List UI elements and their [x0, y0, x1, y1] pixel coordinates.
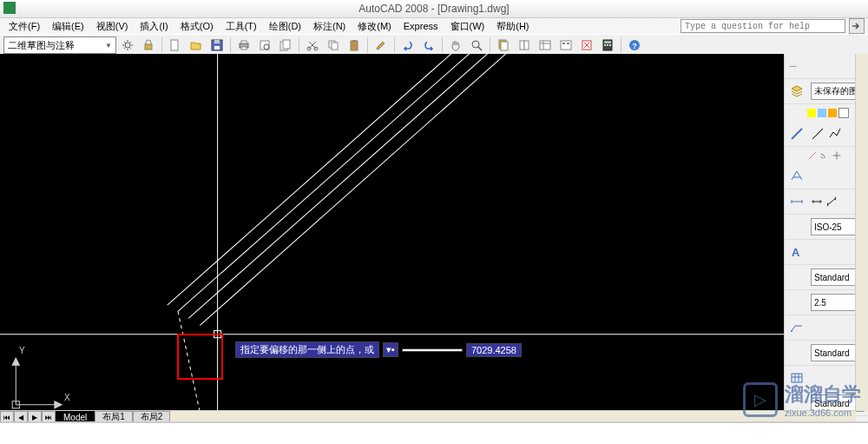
undo-button[interactable] — [398, 36, 418, 55]
lock-icon — [141, 38, 155, 52]
toolbar-separator — [442, 37, 443, 53]
properties-button[interactable] — [536, 36, 555, 55]
clipboard-icon — [347, 38, 361, 52]
svg-rect-8 — [241, 47, 247, 50]
app-icon — [3, 2, 16, 14]
quickcalc-button[interactable] — [598, 36, 617, 55]
svg-line-42 — [200, 54, 550, 325]
menu-help[interactable]: 帮助(H) — [491, 20, 534, 33]
open-button[interactable] — [187, 36, 206, 55]
workspace-settings-button[interactable] — [118, 36, 137, 55]
scissors-icon — [306, 38, 319, 52]
markup-icon — [580, 38, 594, 52]
offset-icon[interactable] — [819, 150, 830, 161]
dynamic-options-icon[interactable]: ▾▪ — [383, 342, 398, 357]
plot-preview-button[interactable] — [255, 36, 274, 55]
drawing-content — [0, 54, 784, 415]
redo-button[interactable] — [419, 36, 438, 55]
match-prop-button[interactable] — [372, 36, 391, 55]
watermark-logo-icon: ▷ — [743, 382, 778, 417]
ucs-x-label: X — [64, 393, 70, 402]
title-bar: AutoCAD 2008 - [Drawing1.dwg] — [0, 0, 868, 18]
copy-icon — [326, 38, 340, 52]
publish-icon — [279, 38, 293, 52]
menu-insert[interactable]: 插入(I) — [135, 20, 173, 33]
calculator-icon — [601, 38, 615, 52]
pline-tool-icon[interactable] — [828, 127, 842, 141]
zoom-button[interactable] — [467, 36, 486, 55]
menu-window[interactable]: 窗口(W) — [445, 20, 490, 33]
pan-button[interactable] — [446, 36, 465, 55]
svg-rect-23 — [524, 41, 529, 50]
layers-icon[interactable] — [788, 83, 806, 100]
annotation-icon[interactable] — [788, 168, 806, 185]
help-search-go-button[interactable] — [849, 18, 865, 34]
svg-rect-21 — [501, 42, 508, 50]
plot-button[interactable] — [234, 36, 253, 55]
svg-rect-27 — [567, 43, 569, 44]
help-button[interactable]: ? — [625, 36, 644, 55]
color-swatch-icon[interactable] — [838, 108, 849, 118]
text-panel-icon[interactable]: A — [788, 243, 806, 261]
work-area: X Y 指定要偏移的那一侧上的点，或 ▾▪ 7029.4258 ⏮ ◀ ▶ ⏭ … — [0, 54, 868, 423]
paste-button[interactable] — [345, 36, 364, 55]
svg-rect-17 — [351, 41, 358, 50]
svg-line-40 — [178, 54, 524, 311]
new-button[interactable] — [166, 36, 185, 55]
dynamic-edit-field[interactable] — [402, 348, 463, 352]
cut-button[interactable] — [303, 36, 322, 55]
menu-edit[interactable]: 编辑(E) — [47, 20, 89, 33]
menu-format[interactable]: 格式(O) — [175, 20, 219, 33]
svg-point-0 — [125, 43, 130, 48]
menu-draw[interactable]: 绘图(D) — [264, 20, 306, 33]
command-line[interactable] — [0, 421, 868, 444]
printer-icon — [237, 38, 251, 52]
dim-linear-icon[interactable] — [811, 195, 823, 208]
plot-preview-icon — [258, 38, 272, 52]
menu-tools[interactable]: 工具(T) — [220, 20, 262, 33]
svg-rect-7 — [241, 41, 247, 43]
search-icon — [850, 19, 864, 33]
copy-button[interactable] — [324, 36, 343, 55]
workspace-combo[interactable]: 二维草图与注释 ▼ — [3, 36, 116, 54]
bulb-icon[interactable] — [807, 109, 816, 117]
drawing-canvas[interactable]: X Y 指定要偏移的那一侧上的点，或 ▾▪ 7029.4258 — [0, 54, 784, 423]
dim-aligned-icon[interactable] — [825, 195, 838, 208]
tool-palettes-button[interactable] — [515, 36, 534, 55]
svg-marker-47 — [12, 358, 19, 365]
trim-icon[interactable] — [832, 150, 842, 161]
magnifier-icon — [470, 38, 483, 52]
undo-icon — [401, 38, 415, 52]
menu-express[interactable]: Express — [398, 21, 444, 31]
toolbar-separator — [394, 37, 395, 53]
dynamic-prompt: 指定要偏移的那一侧上的点，或 — [235, 341, 379, 358]
publish-button[interactable] — [276, 36, 295, 55]
design-center-button[interactable] — [556, 36, 575, 55]
markup-button[interactable] — [577, 36, 596, 55]
sheetset-button[interactable] — [494, 36, 513, 55]
dimension-icon[interactable] — [788, 193, 806, 210]
design-center-icon — [559, 38, 573, 52]
lock-ui-button[interactable] — [139, 36, 158, 55]
svg-point-19 — [472, 41, 479, 48]
svg-marker-46 — [55, 401, 62, 408]
menu-modify[interactable]: 修改(M) — [352, 20, 397, 33]
toolbar-separator — [367, 37, 368, 53]
freeze-icon[interactable] — [818, 109, 826, 117]
svg-rect-12 — [283, 40, 290, 49]
toolbar-separator — [621, 37, 621, 53]
lock-layer-icon[interactable] — [828, 109, 837, 117]
draw2d-icon[interactable] — [788, 125, 806, 142]
window-title: AutoCAD 2008 - [Drawing1.dwg] — [358, 3, 509, 15]
svg-rect-4 — [214, 46, 220, 50]
help-search-input[interactable] — [681, 19, 845, 33]
line-tool-icon[interactable] — [811, 127, 825, 141]
menu-file[interactable]: 文件(F) — [3, 20, 45, 33]
vertical-scrollbar[interactable] — [855, 54, 868, 411]
erase-icon[interactable] — [807, 150, 818, 161]
svg-rect-31 — [604, 44, 606, 46]
save-button[interactable] — [207, 36, 227, 55]
mleader-icon[interactable] — [788, 319, 806, 336]
menu-view[interactable]: 视图(V) — [91, 20, 134, 33]
menu-dimension[interactable]: 标注(N) — [308, 20, 351, 33]
